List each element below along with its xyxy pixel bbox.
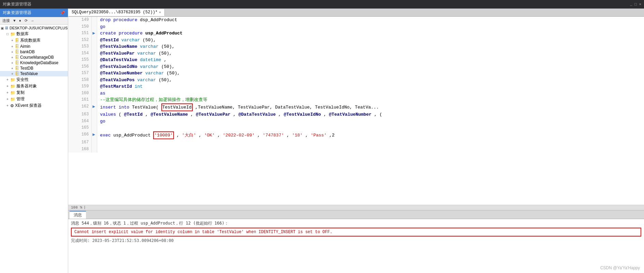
code-line-152: 152 @TestId varchar (50), [68,37,644,44]
tree-coursemanagedb[interactable]: + 🗄 CourseManageDB [0,55,68,60]
toolbar-arrow[interactable]: → [30,18,34,23]
param-val-teatvaluenumber: @TeatValueNumber [329,112,371,117]
highlight-testvalueid: TestValueId [161,103,193,112]
line-num-164: 164 [68,118,92,125]
testdb-icon: 🗄 [15,66,19,71]
knowledgedb-icon: 🗄 [15,60,19,65]
tree-testvalue-db[interactable]: + 🗄 TestValue [0,71,68,76]
proc-name-usp: usp_AddProduct [145,31,182,36]
code-editor[interactable]: 149 drop procedure dsp_AddProduct [68,17,644,205]
panel-pin-icon[interactable]: 📌 [60,11,65,15]
code-line-165: 165 [68,125,644,131]
toolbar-filter[interactable]: ♦ [18,18,23,23]
connect-button[interactable]: 连接 [1,18,11,24]
line-marker-168 [92,146,97,153]
type-varchar-154: varchar [137,51,156,56]
tree-system-db[interactable]: + 🗄 系统数据库 [0,37,68,44]
tree-xevent[interactable]: + ⚙ XEvent 探查器 [0,102,68,109]
main-layout: 对象资源管理器 📌 连接 ▼ ♦ ⟳ → ▣ 🖥 DESKTOP-JU5UICF… [0,9,644,273]
type-varchar-152: varchar [121,38,140,43]
str-highlight-10089: '10089' [153,131,174,140]
line-content-160: as [97,90,644,97]
type-int: int [135,84,143,89]
line-num-165: 165 [68,125,92,131]
line-num-160: 160 [68,90,92,97]
title-bar-spacer: _ □ × [630,2,641,6]
tree-server-objects[interactable]: + 📁 服务器对象 [0,83,68,89]
param-val-datatestvalue: @DataTestValue [238,112,276,117]
code-line-153: 153 @TestValueName varchar (50), [68,43,644,50]
object-tree: ▣ 🖥 DESKTOP-JU5UICF\WINCCPLUSMIG2014 (SQ… [0,25,68,273]
tab-close-icon[interactable]: ✕ [159,10,161,14]
tree-security[interactable]: + 📁 安全性 [0,76,68,83]
tree-aimin-db[interactable]: + 🗄 Aimin [0,44,68,49]
line-marker-164 [92,118,97,125]
line-content-164: go [97,118,644,125]
line-marker-151: ▶ [92,30,97,37]
sysdb-expand: + [10,39,14,42]
line-content-161: --这里编写具体的储存过程，如逻辑操作，增删改查等 [97,97,644,103]
param-datatestvalue: @DataTestValue [100,57,137,62]
kw-into: into [119,105,129,110]
query-tab[interactable]: SQLQuery2023050...\837628195 (52))* ✕ [68,9,165,16]
results-tab-messages[interactable]: 消息 [70,211,86,219]
toolbar-dropdown[interactable]: ▼ [12,18,17,23]
server-obj-expand: + [5,84,10,88]
editor-results-container: 149 drop procedure dsp_AddProduct [68,17,644,273]
tree-server-node[interactable]: ▣ 🖥 DESKTOP-JU5UICF\WINCCPLUSMIG2014 (SQ… [0,25,68,31]
tree-replication[interactable]: + 📁 复制 [0,89,68,96]
code-line-157: 157 @TeatValueNumber varchar (50), [68,70,644,77]
error-message-text: Cannot insert explicit value for identit… [74,230,332,234]
object-explorer-panel: 对象资源管理器 📌 连接 ▼ ♦ ⟳ → ▣ 🖥 DESKTOP-JU5UICF… [0,9,68,273]
testvalue-icon: 🗄 [15,71,19,76]
line-marker-153 [92,43,97,50]
bankdb-expand: + [10,50,14,54]
line-content-166: exec usp_AddProduct '10089' , '大白' , 'OK… [97,131,644,140]
title-bar-text: 对象资源管理器 [3,1,31,7]
db-folder-icon: 📁 [10,32,15,37]
coursemanagedb-label: CourseManageDB [20,55,54,60]
type-varchar-153: varchar [140,44,159,49]
tree-bankdb[interactable]: + 🗄 bankDB [0,49,68,55]
param-testid: @TestId [100,38,119,43]
line-num-161: 161 [68,97,92,103]
server-obj-icon: 📁 [10,84,15,89]
param-val-testid: @TestId [124,112,143,117]
panel-toolbar: 连接 ▼ ♦ ⟳ → [0,17,68,25]
testvalue-label: TestValue [20,71,38,76]
line-num-159: 159 [68,83,92,90]
line-marker-149 [92,17,97,24]
line-content-168 [97,146,644,153]
toolbar-refresh[interactable]: ⟳ [24,18,29,23]
code-table: 149 drop procedure dsp_AddProduct [68,17,644,153]
tree-testdb[interactable]: + 🗄 TestDB [0,66,68,71]
param-testvalueidno: @TestValueIdNo [100,64,137,69]
editor-panel: SQLQuery2023050...\837628195 (52))* ✕ 14… [68,9,644,273]
str-747837: '747837' [263,133,284,138]
kw-values: values [100,112,116,117]
testdb-expand: + [10,67,14,70]
line-content-154: @TestValuePar varchar (50), [97,50,644,57]
param-val-testvaluename: @TestValueName [151,112,188,117]
query-tab-label: SQLQuery2023050...\837628195 (52))* [72,10,158,15]
tree-knowledgedb[interactable]: + 🗄 KnowledgeDataBase [0,60,68,66]
error-prefix-line: 消息 544，级别 16，状态 1，过程 usp_AddProduct，行 12… [71,220,641,226]
line-num-151: 151 [68,30,92,37]
line-content-156: @TestValueIdNo varchar (50), [97,63,644,70]
line-content-158: @TeatValuePos varchar (50), [97,77,644,84]
kw-go-164: go [100,119,105,124]
line-content-151: create procedure usp_AddProduct [97,30,644,37]
management-icon: 📁 [10,97,15,102]
code-line-158: 158 @TeatValuePos varchar (50), [68,77,644,84]
tree-management[interactable]: + 📁 管理 [0,96,68,102]
line-num-152: 152 [68,37,92,44]
line-num-157: 157 [68,70,92,77]
line-num-154: 154 [68,50,92,57]
line-marker-155 [92,57,97,63]
line-marker-158 [92,77,97,84]
line-content-150: go [97,24,644,30]
completion-time-line: 完成时间: 2023-05-23T21:52:53.0094206+08:00 [71,238,641,244]
line-marker-159 [92,83,97,90]
aimin-icon: 🗄 [15,44,19,49]
tree-database-folder[interactable]: □ 📁 数据库 [0,31,68,37]
